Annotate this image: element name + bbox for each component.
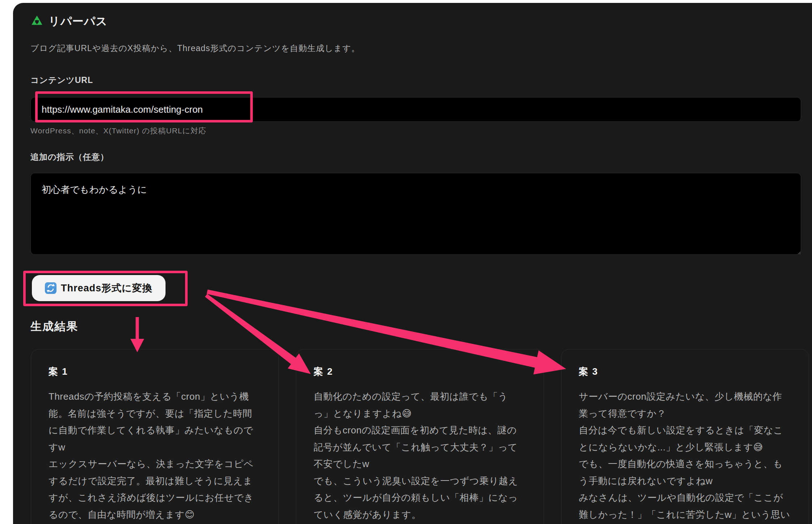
- app-description: ブログ記事URLや過去のX投稿から、Threads形式のコンテンツを自動生成しま…: [30, 43, 360, 54]
- app-header: リパーパス: [30, 14, 108, 29]
- instructions-label: 追加の指示（任意）: [30, 151, 109, 163]
- result-card-1: 案 1 Threadsの予約投稿を支える「cron」という機能。名前は強そうです…: [31, 349, 279, 524]
- instructions-textarea[interactable]: [30, 173, 801, 255]
- url-highlight-annotation: [35, 91, 253, 122]
- card-title: 案 2: [314, 365, 526, 378]
- button-highlight-annotation: [23, 271, 188, 306]
- results-heading: 生成結果: [30, 319, 78, 334]
- card-title: 案 1: [49, 365, 261, 378]
- url-help-text: WordPress、note、X(Twitter) の投稿URLに対応: [30, 126, 206, 136]
- result-card-3: 案 3 サーバーのcron設定みたいな、少し機械的な作業って得意ですか？ 自分は…: [561, 349, 809, 524]
- card-title: 案 3: [579, 365, 791, 378]
- card-body: Threadsの予約投稿を支える「cron」という機能。名前は強そうですが、要は…: [49, 388, 261, 524]
- page-title: リパーパス: [49, 14, 108, 29]
- result-card-2: 案 2 自動化のための設定って、最初は誰でも「うっ」となりますよね😅 自分もcr…: [296, 349, 544, 524]
- recycle-icon: [30, 15, 43, 28]
- card-body: 自動化のための設定って、最初は誰でも「うっ」となりますよね😅 自分もcronの設…: [314, 388, 526, 523]
- content-url-label: コンテンツURL: [30, 75, 93, 86]
- card-body: サーバーのcron設定みたいな、少し機械的な作業って得意ですか？ 自分は今でも新…: [579, 388, 791, 524]
